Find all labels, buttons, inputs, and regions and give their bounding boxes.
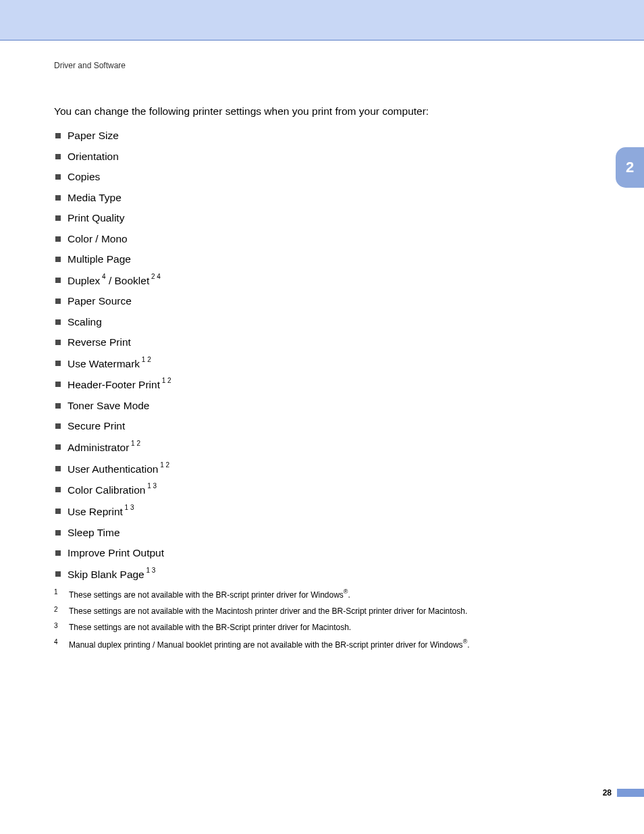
bullet-icon [55,278,61,283]
setting-text: Improve Print Output [68,547,164,558]
page-bar [617,789,644,797]
bullet-icon [55,319,61,325]
setting-text: User Authentication [68,463,158,475]
footnote-number: 2 [54,606,69,615]
bullet-icon [55,444,61,450]
footnote: 4Manual duplex printing / Manual booklet… [54,639,590,650]
bullet-icon [55,257,61,262]
bullet-icon [55,550,61,556]
setting-item: Copies [54,171,590,183]
setting-text: Print Quality [68,212,124,224]
setting-text: Sleep Time [68,527,120,538]
setting-item: Sleep Time [54,527,590,539]
footnote-text-main: These settings are not available with th… [69,623,351,632]
chapter-tab: 2 [616,147,644,188]
footnote-text-main: Manual duplex printing / Manual booklet … [69,640,463,650]
bullet-icon [55,382,61,387]
footnote-number: 1 [54,588,69,599]
bullet-icon [55,403,61,409]
footnote-number: 3 [54,622,69,631]
setting-text: Color / Mono [68,233,128,244]
setting-item: Skip Blank Page 1 3 [54,568,590,581]
setting-text: Administrator [68,442,129,453]
setting-item: Header-Footer Print 1 2 [54,378,590,391]
bullet-icon [55,174,61,180]
setting-text: Secure Print [68,420,125,432]
chapter-tab-number: 2 [626,159,634,176]
setting-item: Use Watermark 1 2 [54,357,590,370]
bullet-icon [55,133,61,138]
setting-item: Media Type [54,192,590,204]
footnote-number: 4 [54,638,69,649]
setting-superscript: 1 3 [145,482,157,490]
setting-item: Color / Mono [54,233,590,245]
setting-item: Multiple Page [54,253,590,265]
setting-item: Administrator 1 2 [54,441,590,454]
setting-text: Orientation [68,151,119,162]
footnote: 1These settings are not available with t… [54,589,590,600]
setting-superscript: 1 2 [158,461,169,469]
page-content: Driver and Software You can change the f… [0,41,644,650]
setting-text: Color Calibration [68,484,145,496]
setting-superscript: 1 2 [140,356,151,363]
bullet-icon [55,423,61,429]
setting-text: / Booklet [106,275,150,286]
footnote-text: These settings are not available with th… [69,623,590,632]
setting-item: Scaling [54,316,590,328]
top-banner [0,0,644,40]
bullet-icon [55,487,61,492]
bullet-icon [55,298,61,304]
setting-text: Scaling [68,316,102,328]
setting-superscript: 4 [100,273,105,280]
footnote: 3These settings are not available with t… [54,623,590,632]
bullet-icon [55,530,61,536]
bullet-icon [55,215,61,221]
setting-text: Toner Save Mode [68,400,150,411]
bullet-icon [55,509,61,514]
setting-text: Media Type [68,192,122,203]
bullet-icon [55,236,61,242]
footnote-text: Manual duplex printing / Manual booklet … [69,639,590,650]
registered-icon: ® [344,588,348,595]
settings-list: Paper SizeOrientationCopiesMedia TypePri… [54,130,590,581]
bullet-icon [55,361,61,366]
setting-item: Orientation [54,151,590,163]
bullet-icon [55,154,61,159]
setting-item: Print Quality [54,212,590,224]
setting-text: Paper Source [68,295,132,307]
setting-item: Toner Save Mode [54,400,590,412]
setting-item: User Authentication 1 2 [54,463,590,475]
footnote-suffix: . [348,590,350,600]
setting-text: Copies [68,171,100,182]
registered-icon: ® [463,638,468,645]
bullet-icon [55,571,61,577]
setting-superscript: 2 4 [149,273,161,280]
setting-text: Duplex [68,275,100,286]
page-number: 28 [603,788,612,798]
bullet-icon [55,195,61,201]
bullet-icon [55,340,61,345]
footnote-text-main: These settings are not available with th… [69,590,344,600]
setting-item: Paper Size [54,130,590,142]
setting-text: Use Reprint [68,506,123,517]
setting-text: Header-Footer Print [68,379,160,390]
footnote-text: These settings are not available with th… [69,589,590,600]
section-header: Driver and Software [54,61,590,70]
footnote-text-main: These settings are not available with th… [69,606,467,616]
setting-item: Use Reprint 1 3 [54,505,590,518]
setting-text: Paper Size [68,130,119,141]
footnote-text: These settings are not available with th… [69,606,590,616]
setting-item: Color Calibration 1 3 [54,484,590,496]
setting-item: Duplex 4 / Booklet 2 4 [54,274,590,287]
setting-text: Reverse Print [68,336,131,348]
setting-item: Secure Print [54,420,590,432]
setting-item: Paper Source [54,295,590,307]
footnote-suffix: . [467,640,469,650]
setting-superscript: 1 3 [123,504,134,511]
setting-superscript: 1 2 [160,377,171,384]
setting-superscript: 1 2 [129,440,140,447]
setting-item: Improve Print Output [54,547,590,559]
setting-text: Use Watermark [68,358,140,369]
bullet-icon [55,466,61,471]
footnotes: 1These settings are not available with t… [54,589,590,650]
